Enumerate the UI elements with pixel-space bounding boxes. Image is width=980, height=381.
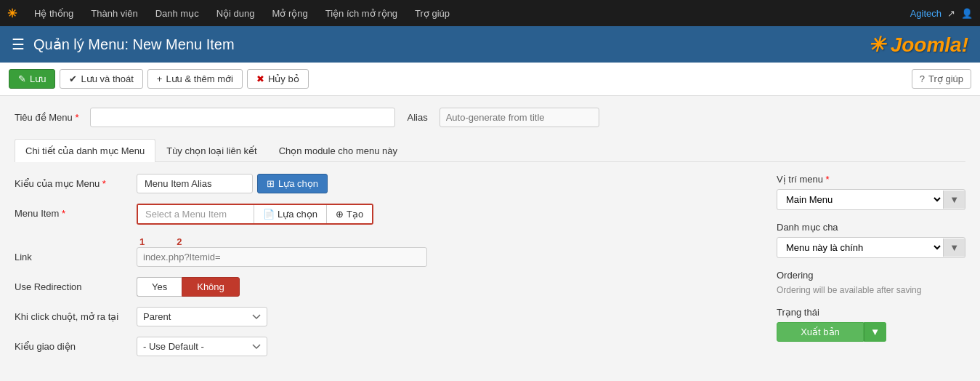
click-control: Parent — [137, 307, 755, 326]
annotation-1: 1 — [139, 236, 145, 247]
content-area: Tiêu đề Menu * Alias Chi tiết của danh m… — [0, 96, 980, 378]
publish-dropdown-icon: ▼ — [870, 326, 880, 337]
tabs: Chi tiết của danh mục Menu Tùy chọn loại… — [15, 139, 965, 162]
joomla-top-logo: ✳ — [7, 7, 17, 20]
redirect-toggle: Yes Không — [137, 277, 240, 297]
menu-item-luachon-button[interactable]: 📄 Lựa chọn — [254, 205, 327, 223]
plus-circle-icon: ⊕ — [336, 209, 344, 220]
top-nav-right: Agitech ↗ 👤 — [910, 8, 973, 19]
header-bar: ☰ Quản lý Menu: New Menu Item ✳ Joomla! — [0, 26, 980, 63]
nav-noidung[interactable]: Nội dung — [209, 0, 262, 26]
menu-item-required: * — [62, 208, 65, 219]
alias-label: Alias — [407, 112, 427, 123]
click-label: Khi click chuột, mở ra tại — [15, 307, 131, 322]
user-icon[interactable]: 👤 — [961, 8, 973, 19]
main-left: Kiểu của mục Menu * Menu Item Alias ⊞ Lự… — [15, 174, 755, 366]
ordering-section: Ordering Ordering will be available afte… — [777, 270, 965, 295]
redirect-yes-button[interactable]: Yes — [137, 277, 182, 297]
cancel-icon: ✖ — [256, 73, 264, 84]
vitri-select[interactable]: Main Menu — [777, 190, 943, 209]
help-button[interactable]: ? Trợ giúp — [912, 69, 971, 89]
hamburger-icon[interactable]: ☰ — [12, 36, 25, 53]
danhmuc-arrow-icon[interactable]: ▼ — [943, 238, 965, 257]
menu-item-group: Select a Menu Item 📄 Lựa chọn ⊕ Tạo — [137, 204, 373, 225]
nav-danhmuc[interactable]: Danh mục — [148, 0, 206, 26]
ordering-label: Ordering — [777, 270, 965, 281]
main-right: Vị trí menu * Main Menu ▼ Danh mục cha M… — [777, 174, 965, 366]
tab-tuychon[interactable]: Tùy chọn loại liên kết — [155, 139, 267, 162]
toolbar-left: ✎ Lưu ✔ Lưu và thoát + Lưu & thêm mới ✖ … — [9, 69, 309, 89]
danhmuc-label: Danh mục cha — [777, 222, 965, 233]
menu-item-display: Select a Menu Item — [138, 205, 254, 223]
annotations: 1 2 — [15, 235, 755, 247]
redirect-label: Use Redirection — [15, 277, 131, 292]
kieu-select-button[interactable]: ⊞ Lựa chọn — [257, 174, 328, 193]
trangthai-control: Xuất bản ▼ — [777, 322, 965, 342]
giaodien-label: Kiểu giao diện — [15, 337, 131, 352]
danhmuc-select-wrapper: Menu này là chính ▼ — [777, 237, 965, 258]
joomla-logo: ✳ Joomla! — [868, 33, 968, 57]
giaodien-select[interactable]: - Use Default - — [137, 337, 267, 356]
publish-arrow-button[interactable]: ▼ — [864, 322, 886, 342]
page-title: Quản lý Menu: New Menu Item — [33, 36, 235, 53]
danhmuc-select[interactable]: Menu này là chính — [777, 238, 943, 257]
top-nav-left: ✳ Hệ thống Thành viên Danh mục Nội dung … — [7, 0, 457, 26]
grid-icon: ⊞ — [267, 178, 275, 189]
redirect-row: Use Redirection Yes Không — [15, 277, 755, 297]
required-star: * — [75, 112, 78, 123]
giaodien-row: Kiểu giao diện - Use Default - — [15, 337, 755, 356]
nav-morong[interactable]: Mở rộng — [264, 0, 315, 26]
save-button[interactable]: ✎ Lưu — [9, 69, 55, 89]
nav-hethong[interactable]: Hệ thống — [27, 0, 81, 26]
link-input[interactable] — [137, 247, 427, 267]
user-link[interactable]: Agitech — [910, 8, 941, 19]
trangthai-label: Trạng thái — [777, 307, 965, 318]
link-control — [137, 247, 755, 267]
trangthai-section: Trạng thái Xuất bản ▼ — [777, 307, 965, 342]
save-new-button[interactable]: + Lưu & thêm mới — [147, 69, 243, 89]
header-bar-left: ☰ Quản lý Menu: New Menu Item — [12, 36, 235, 53]
link-row: Link — [15, 247, 755, 267]
save-icon: ✎ — [18, 73, 26, 84]
vitri-label: Vị trí menu * — [777, 174, 965, 185]
check-icon: ✔ — [69, 73, 77, 84]
joomla-brand: ✳ Joomla! — [868, 33, 968, 57]
main-layout: Kiểu của mục Menu * Menu Item Alias ⊞ Lự… — [15, 174, 965, 366]
plus-icon: + — [157, 73, 163, 84]
nav-tienich[interactable]: Tiện ích mở rộng — [318, 0, 405, 26]
save-close-button[interactable]: ✔ Lưu và thoát — [60, 69, 142, 89]
publish-button[interactable]: Xuất bản — [777, 322, 864, 342]
question-icon: ? — [920, 73, 925, 84]
external-link-icon: ↗ — [947, 8, 955, 19]
kieu-control: Menu Item Alias ⊞ Lựa chọn — [137, 174, 755, 193]
nav-thanhvien[interactable]: Thành viên — [84, 0, 145, 26]
ordering-text: Ordering will be available after saving — [777, 285, 965, 295]
cancel-button[interactable]: ✖ Hủy bỏ — [247, 69, 309, 89]
vitri-arrow-icon[interactable]: ▼ — [943, 190, 965, 209]
vitri-required: * — [826, 174, 830, 185]
file-icon: 📄 — [263, 209, 275, 220]
link-label: Link — [15, 247, 131, 262]
danhmuc-section: Danh mục cha Menu này là chính ▼ — [777, 222, 965, 258]
title-input[interactable] — [90, 108, 395, 127]
click-select[interactable]: Parent — [137, 307, 267, 326]
toolbar-right: ? Trợ giúp — [912, 69, 971, 89]
menu-item-control: Select a Menu Item 📄 Lựa chọn ⊕ Tạo — [137, 204, 755, 225]
tab-chitiet[interactable]: Chi tiết của danh mục Menu — [15, 139, 155, 162]
tab-module[interactable]: Chọn module cho menu này — [268, 139, 408, 162]
kieu-label: Kiểu của mục Menu * — [15, 174, 131, 189]
kieu-value-display: Menu Item Alias — [137, 174, 253, 193]
click-row: Khi click chuột, mở ra tại Parent — [15, 307, 755, 326]
redirect-no-button[interactable]: Không — [182, 277, 240, 297]
kieu-row: Kiểu của mục Menu * Menu Item Alias ⊞ Lự… — [15, 174, 755, 193]
menu-item-tao-button[interactable]: ⊕ Tạo — [327, 205, 372, 223]
annotation-2: 2 — [177, 236, 182, 247]
toolbar: ✎ Lưu ✔ Lưu và thoát + Lưu & thêm mới ✖ … — [0, 63, 980, 96]
alias-input[interactable] — [440, 108, 599, 127]
redirect-control: Yes Không — [137, 277, 755, 297]
nav-trogiup[interactable]: Trợ giúp — [408, 0, 457, 26]
giaodien-control: - Use Default - — [137, 337, 755, 356]
menu-item-label: Menu Item * — [15, 204, 131, 219]
vitri-section: Vị trí menu * Main Menu ▼ — [777, 174, 965, 210]
title-row: Tiêu đề Menu * Alias — [15, 108, 965, 127]
